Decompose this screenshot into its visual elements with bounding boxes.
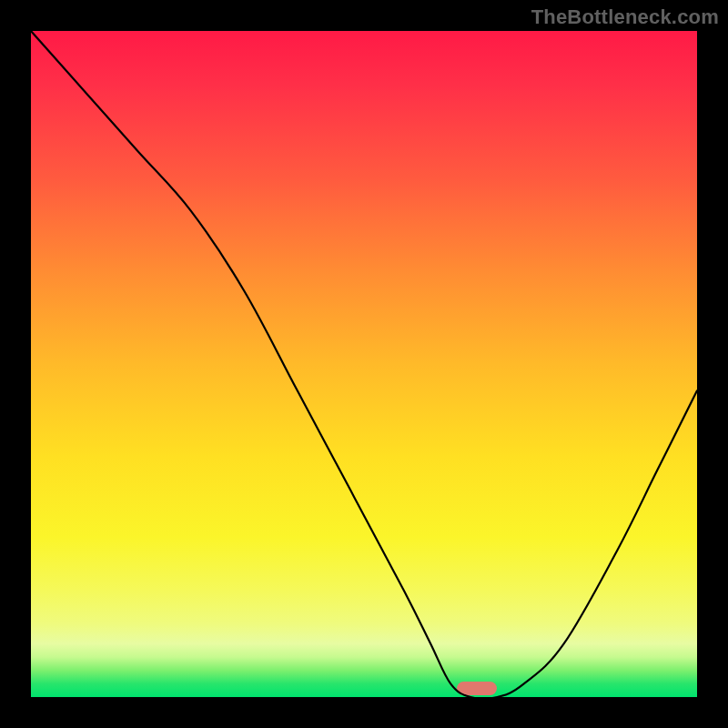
- chart-frame: TheBottleneck.com: [0, 0, 728, 728]
- attribution-label: TheBottleneck.com: [531, 5, 719, 29]
- plot-area: [31, 31, 697, 697]
- bottleneck-curve-path: [31, 31, 697, 697]
- curve-layer: [31, 31, 697, 697]
